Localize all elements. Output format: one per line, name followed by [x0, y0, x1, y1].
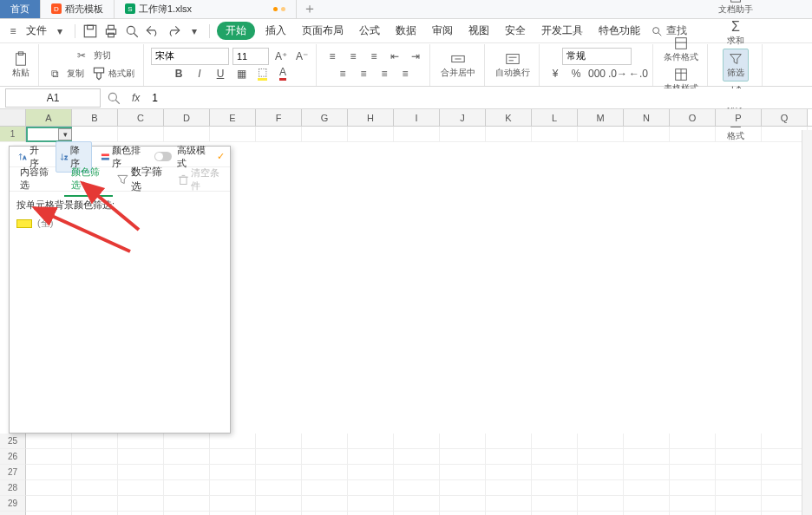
cell[interactable] — [578, 434, 624, 449]
number-format-select[interactable] — [562, 48, 632, 65]
save-icon[interactable] — [82, 23, 98, 39]
column-header[interactable]: A — [26, 109, 72, 126]
cell[interactable] — [670, 465, 716, 480]
indent-decrease-icon[interactable]: ⇤ — [386, 48, 403, 65]
column-header[interactable]: B — [72, 109, 118, 126]
cell[interactable] — [348, 465, 394, 480]
increase-font-icon[interactable]: A⁺ — [272, 48, 290, 65]
cell[interactable] — [26, 127, 72, 142]
column-header[interactable]: N — [624, 109, 670, 126]
doc-helper-button[interactable]: 文档助手 — [715, 0, 756, 17]
cell[interactable] — [348, 496, 394, 512]
cell[interactable] — [486, 480, 532, 496]
cell[interactable] — [210, 465, 256, 480]
align-top-icon[interactable]: ≡ — [324, 48, 341, 65]
cell[interactable] — [72, 434, 118, 449]
cell[interactable] — [578, 480, 624, 496]
name-box[interactable]: A1 — [5, 88, 101, 108]
cell[interactable] — [302, 465, 348, 480]
align-left-icon[interactable]: ≡ — [334, 65, 351, 82]
cell[interactable] — [256, 449, 302, 465]
row-header[interactable]: 30 — [0, 512, 26, 515]
cell[interactable] — [210, 496, 256, 512]
cell[interactable] — [26, 512, 72, 515]
ribbon-tab-security[interactable]: 安全 — [500, 22, 531, 40]
cell[interactable] — [118, 480, 164, 496]
cell[interactable] — [394, 127, 440, 142]
cell[interactable] — [302, 127, 348, 142]
italic-button[interactable]: I — [191, 65, 208, 82]
paste-button[interactable]: 粘贴 — [9, 49, 33, 81]
ribbon-tab-start[interactable]: 开始 — [217, 22, 255, 40]
column-header[interactable]: O — [670, 109, 716, 126]
cell[interactable] — [578, 512, 624, 515]
row-header[interactable]: 1 — [0, 127, 26, 142]
cell[interactable] — [578, 465, 624, 480]
decimal-inc-icon[interactable]: .0→ — [609, 65, 626, 82]
decimal-dec-icon[interactable]: ←.0 — [630, 65, 647, 82]
ribbon-tab-review[interactable]: 审阅 — [427, 22, 458, 40]
cell[interactable] — [670, 480, 716, 496]
cell[interactable] — [670, 496, 716, 512]
cell[interactable] — [118, 496, 164, 512]
cell[interactable] — [348, 449, 394, 465]
tab-content-filter[interactable]: 内容筛选 — [13, 162, 62, 197]
cell[interactable] — [26, 449, 72, 465]
row-header[interactable]: 28 — [0, 480, 26, 496]
cell[interactable] — [302, 449, 348, 465]
cell[interactable] — [532, 465, 578, 480]
cell[interactable] — [624, 449, 670, 465]
vertical-scrollbar[interactable] — [802, 130, 812, 515]
hamburger-icon[interactable]: ≡ — [5, 23, 21, 39]
cell[interactable] — [624, 512, 670, 515]
cell[interactable] — [72, 496, 118, 512]
cell[interactable] — [716, 496, 762, 512]
preview-icon[interactable] — [124, 23, 140, 39]
cell[interactable] — [72, 512, 118, 515]
cell[interactable] — [394, 465, 440, 480]
cell[interactable] — [394, 480, 440, 496]
conditional-format-button[interactable]: 条件格式 — [660, 34, 702, 65]
cell[interactable] — [72, 465, 118, 480]
align-middle-icon[interactable]: ≡ — [344, 48, 362, 65]
decrease-font-icon[interactable]: A⁻ — [293, 48, 311, 65]
cell[interactable] — [486, 465, 532, 480]
sum-button[interactable]: Σ 求和 — [724, 17, 748, 49]
column-header[interactable]: G — [302, 109, 348, 126]
column-header[interactable]: P — [716, 109, 762, 126]
cell[interactable] — [118, 434, 164, 449]
cell[interactable] — [486, 434, 532, 449]
cell[interactable] — [670, 434, 716, 449]
cell[interactable] — [624, 434, 670, 449]
cell[interactable] — [440, 449, 486, 465]
cell[interactable] — [440, 465, 486, 480]
cell[interactable] — [256, 496, 302, 512]
cell[interactable] — [440, 496, 486, 512]
align-center-icon[interactable]: ≡ — [355, 65, 372, 82]
cell[interactable] — [164, 480, 210, 496]
cell[interactable] — [348, 480, 394, 496]
cut-icon[interactable]: ✂ — [73, 47, 90, 64]
cell[interactable] — [670, 127, 716, 142]
file-menu[interactable]: 文件 — [26, 23, 47, 38]
cell[interactable] — [394, 449, 440, 465]
cell[interactable] — [624, 465, 670, 480]
cell[interactable] — [394, 434, 440, 449]
redo-icon[interactable] — [166, 23, 181, 39]
cell[interactable] — [118, 449, 164, 465]
indent-increase-icon[interactable]: ⇥ — [407, 48, 424, 65]
cell[interactable] — [670, 449, 716, 465]
cell[interactable] — [624, 127, 670, 142]
cell[interactable] — [26, 434, 72, 449]
ribbon-tab-pagelayout[interactable]: 页面布局 — [297, 22, 349, 40]
cell[interactable] — [440, 127, 486, 142]
column-header[interactable]: M — [578, 109, 624, 126]
cell[interactable] — [256, 512, 302, 515]
number-filter-button[interactable]: 数字筛选 — [131, 165, 169, 194]
zoom-icon[interactable] — [106, 90, 121, 106]
column-header[interactable]: K — [486, 109, 532, 126]
column-header[interactable]: C — [118, 109, 164, 126]
cell[interactable] — [716, 465, 762, 480]
cell[interactable] — [118, 512, 164, 515]
cell[interactable] — [26, 496, 72, 512]
